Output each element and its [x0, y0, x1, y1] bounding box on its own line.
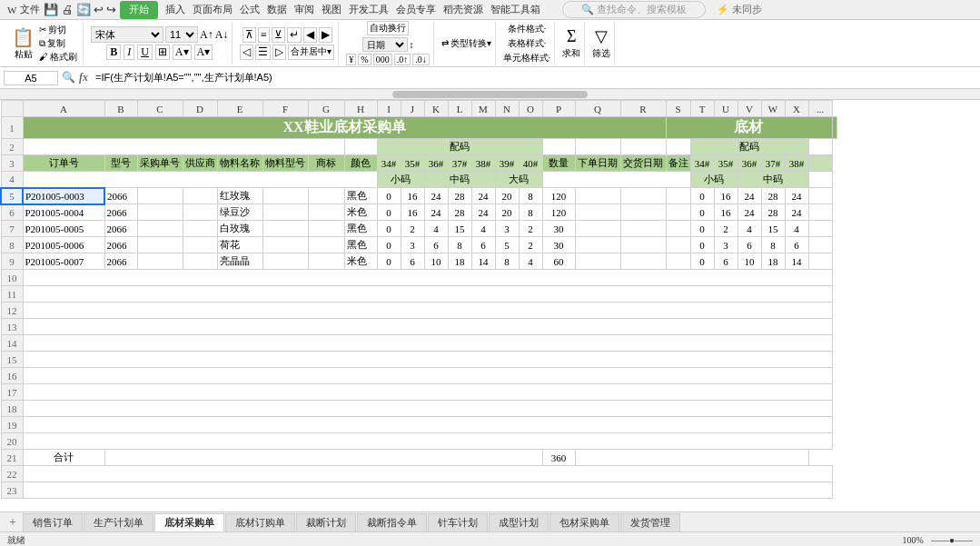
cell-J8[interactable]: 3 [401, 237, 424, 253]
sheet-tab-shipping[interactable]: 发货管理 [620, 513, 680, 531]
cell-L6[interactable]: 28 [448, 204, 471, 221]
cell-F6[interactable] [262, 204, 308, 221]
cell-K6[interactable]: 24 [424, 204, 448, 221]
cell-P8[interactable]: 30 [542, 237, 575, 253]
decrease-font-icon[interactable]: A↓ [215, 28, 229, 42]
cell-H7[interactable]: 黑色 [344, 221, 377, 237]
cell-I5[interactable]: 0 [377, 188, 401, 204]
tab-shell[interactable]: 稻壳资源 [443, 3, 483, 16]
cell-N9[interactable]: 8 [495, 253, 519, 270]
cell-A6[interactable]: P201005-0004 [23, 204, 104, 221]
cell-N5[interactable]: 20 [495, 188, 519, 204]
cell-V8[interactable]: 6 [737, 237, 761, 253]
cell-Y8[interactable] [808, 237, 832, 253]
cell-L8[interactable]: 8 [448, 237, 471, 253]
merge-center-button[interactable]: 合并居中▾ [288, 45, 334, 60]
tab-insert[interactable]: 插入 [165, 3, 185, 16]
col-K-header[interactable]: K [424, 101, 448, 117]
type-convert-label[interactable]: 类型转换▾ [450, 37, 491, 50]
cell-O7[interactable]: 2 [519, 221, 542, 237]
wrap-text-button[interactable]: ↵ [287, 27, 302, 43]
cell-J5[interactable]: 16 [401, 188, 424, 204]
cell-R9[interactable] [620, 253, 666, 270]
increase-font-icon[interactable]: A↑ [200, 28, 213, 42]
cell-H9[interactable]: 米色 [344, 253, 377, 270]
indent-right-button[interactable]: ▶ [319, 27, 332, 43]
cell-Q6[interactable] [575, 204, 620, 221]
cell-D8[interactable] [183, 237, 217, 253]
cell-I9[interactable]: 0 [377, 253, 401, 270]
cell-F9[interactable] [262, 253, 308, 270]
cell-W7[interactable]: 15 [761, 221, 785, 237]
cell-I8[interactable]: 0 [377, 237, 401, 253]
cell-C8[interactable] [137, 237, 183, 253]
copy-button[interactable]: ⧉ 复制 [39, 37, 77, 50]
cell-U6[interactable]: 16 [714, 204, 737, 221]
tab-data[interactable]: 数据 [267, 3, 287, 16]
cell-M8[interactable]: 6 [471, 237, 495, 253]
number-format-select[interactable]: 日期 [362, 37, 408, 52]
cell-P5[interactable]: 120 [542, 188, 575, 204]
cell-reference-input[interactable] [4, 71, 58, 85]
cell-N8[interactable]: 5 [495, 237, 519, 253]
col-O-header[interactable]: O [519, 101, 542, 117]
col-V-header[interactable]: V [737, 101, 761, 117]
col-B-header[interactable]: B [104, 101, 137, 117]
cell-H8[interactable]: 黑色 [344, 237, 377, 253]
tab-ai[interactable]: 智能工具箱 [490, 3, 540, 16]
sheet-tab-packaging[interactable]: 包材采购单 [549, 513, 619, 531]
cell-A5[interactable]: P201005-0003 [23, 188, 104, 204]
fill-color-button[interactable]: A▾ [173, 45, 192, 60]
table-style-button[interactable]: 表格样式· [508, 38, 547, 48]
cell-U9[interactable]: 6 [714, 253, 737, 270]
col-H-header[interactable]: H [344, 101, 377, 117]
cell-E9[interactable]: 亮晶晶 [217, 253, 262, 270]
col-M-header[interactable]: M [471, 101, 495, 117]
increase-decimal-button[interactable]: .0↑ [394, 54, 411, 65]
cell-T8[interactable]: 0 [690, 237, 714, 253]
cell-A8[interactable]: P201005-0006 [23, 237, 104, 253]
filter-label[interactable]: 筛选 [592, 47, 610, 60]
border-button[interactable]: ⊞ [155, 45, 170, 60]
align-middle-button[interactable]: ≡ [258, 27, 270, 43]
cell-K7[interactable]: 4 [424, 221, 448, 237]
col-W-header[interactable]: W [761, 101, 785, 117]
sheet-tab-molding-plan[interactable]: 成型计划 [489, 513, 549, 531]
tab-review[interactable]: 审阅 [294, 3, 314, 16]
col-P-header[interactable]: P [542, 101, 575, 117]
cell-B5[interactable]: 2066 [104, 188, 137, 204]
sheet-tab-sales[interactable]: 销售订单 [23, 513, 83, 531]
col-Q-header[interactable]: Q [575, 101, 620, 117]
tab-view[interactable]: 视图 [322, 3, 342, 16]
cell-U7[interactable]: 2 [714, 221, 737, 237]
cell-P6[interactable]: 120 [542, 204, 575, 221]
cell-Y6[interactable] [808, 204, 832, 221]
cell-U8[interactable]: 3 [714, 237, 737, 253]
cell-S8[interactable] [666, 237, 690, 253]
cell-W5[interactable]: 28 [761, 188, 785, 204]
cell-B7[interactable]: 2066 [104, 221, 137, 237]
cell-J9[interactable]: 6 [401, 253, 424, 270]
cell-W9[interactable]: 18 [761, 253, 785, 270]
cell-J6[interactable]: 16 [401, 204, 424, 221]
add-sheet-button[interactable]: + [4, 513, 22, 531]
paste-button[interactable]: 📋 粘贴 [9, 25, 37, 62]
align-top-button[interactable]: ⊼ [243, 27, 256, 43]
cell-P7[interactable]: 30 [542, 221, 575, 237]
cell-S9[interactable] [666, 253, 690, 270]
cell-V5[interactable]: 24 [737, 188, 761, 204]
cell-V9[interactable]: 10 [737, 253, 761, 270]
cell-G9[interactable] [308, 253, 344, 270]
cell-I6[interactable]: 0 [377, 204, 401, 221]
cell-Q9[interactable] [575, 253, 620, 270]
tab-dev[interactable]: 开发工具 [349, 3, 389, 16]
cell-C6[interactable] [137, 204, 183, 221]
font-color-button[interactable]: A▾ [194, 45, 213, 60]
cell-J7[interactable]: 2 [401, 221, 424, 237]
cell-R8[interactable] [620, 237, 666, 253]
sheet-tab-needle-plan[interactable]: 针车计划 [428, 513, 488, 531]
cell-W6[interactable]: 28 [761, 204, 785, 221]
cell-style-button[interactable]: 单元格样式· [503, 53, 551, 63]
cell-K5[interactable]: 24 [424, 188, 448, 204]
cell-D9[interactable] [183, 253, 217, 270]
